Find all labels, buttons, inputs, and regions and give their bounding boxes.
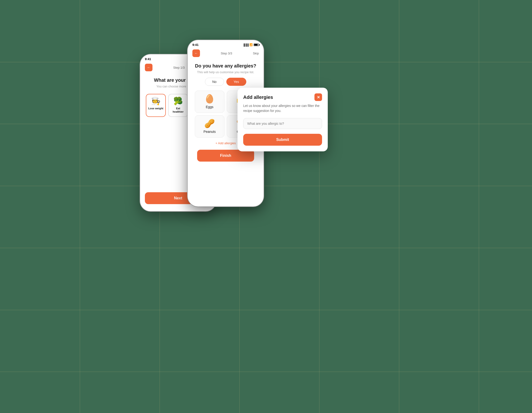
modal-title: Add allergies — [243, 95, 273, 100]
wifi-icon-p2: 📶 — [249, 43, 253, 46]
lose-weight-icon: 🧑‍🍳 — [151, 97, 161, 105]
add-allergies-modal: Add allergies ✕ Let us know about your a… — [238, 88, 328, 151]
status-bar-phone2: 9:41 ▐▐▐ 📶 — [188, 40, 264, 48]
peanuts-label: Peanuts — [204, 130, 216, 134]
back-button-phone2[interactable]: ← — [192, 49, 200, 57]
no-toggle-btn[interactable]: No — [205, 78, 224, 86]
goal-card-lose-weight[interactable]: 🧑‍🍳 Lose weight — [146, 94, 166, 117]
step-label-phone1: Step 1/3 — [173, 66, 185, 69]
allergy-input[interactable] — [243, 118, 322, 129]
yes-no-toggle: No Yes — [192, 78, 259, 86]
modal-header: Add allergies ✕ — [243, 93, 322, 101]
status-time-phone1: 9:41 — [145, 57, 151, 61]
allergy-question-title: Do you have any allergies? — [192, 63, 259, 69]
status-icons-phone2: ▐▐▐ 📶 — [243, 43, 259, 46]
allergy-question-subtitle: This will help us customise you recipe l… — [192, 70, 259, 74]
eat-healthier-label: Eat healthier — [171, 107, 186, 114]
lose-weight-label: Lose weight — [148, 107, 163, 110]
finish-button[interactable]: Finish — [197, 150, 254, 162]
eat-healthier-icon: 🥦 — [173, 97, 183, 105]
goal-card-eat-healthier[interactable]: 🥦 Eat healthier — [168, 94, 188, 117]
allergy-card-eggs[interactable]: 🥚 Eggs — [195, 91, 224, 113]
modal-description: Let us know about your allergies so we c… — [243, 103, 322, 113]
nav-bar-phone2: ← Step 3/3 Skip — [188, 48, 264, 59]
back-button-phone1[interactable]: ← — [145, 64, 152, 71]
submit-button[interactable]: Submit — [243, 134, 322, 146]
yes-toggle-btn[interactable]: Yes — [226, 78, 247, 86]
battery-icon-p2 — [254, 43, 259, 46]
signal-icon-p2: ▐▐▐ — [243, 43, 248, 46]
eggs-icon: 🥚 — [204, 95, 215, 103]
scene: 9:41 ▐▐▐ 📶 ← Step 1/3 Skip What are your… — [135, 40, 397, 373]
modal-close-button[interactable]: ✕ — [314, 93, 322, 101]
allergy-card-peanuts[interactable]: 🥜 Peanuts — [195, 115, 224, 138]
peanuts-icon: 🥜 — [204, 119, 215, 128]
eggs-label: Eggs — [206, 105, 214, 109]
skip-button-phone2[interactable]: Skip — [253, 52, 259, 55]
status-time-phone2: 9:41 — [192, 43, 199, 47]
step-label-phone2: Step 3/3 — [221, 52, 232, 55]
